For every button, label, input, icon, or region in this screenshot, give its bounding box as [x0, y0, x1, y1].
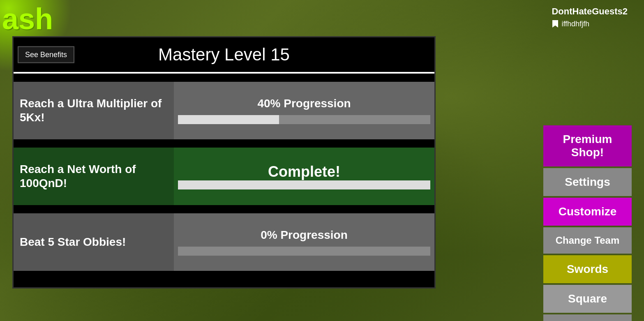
change-team-button[interactable]: Change Team: [543, 227, 632, 254]
mastery-title: Mastery Level 15: [158, 45, 290, 64]
complete-text: Complete!: [268, 163, 340, 180]
task-label-2: Reach a Net Worth of 100QnD!: [14, 148, 174, 205]
task-progress-1: 40% Progression: [174, 82, 434, 139]
progress-bar-bg-1: [178, 115, 430, 124]
progress-bar-fill-1: [178, 115, 279, 124]
bottom-bar: [14, 271, 434, 287]
task-label-3: Beat 5 Star Obbies!: [14, 213, 174, 271]
progress-bar-bg-3: [178, 247, 430, 256]
task-row-3: Beat 5 Star Obbies! 0% Progression: [14, 213, 434, 271]
user-id: iffhdhfjfh: [561, 20, 589, 28]
progress-text-1: 40% Progression: [257, 97, 351, 110]
user-id-row: iffhdhfjfh: [552, 19, 628, 28]
mastery-panel: See Benefits Mastery Level 15 Reach a Ul…: [12, 36, 436, 289]
square-button[interactable]: Square: [543, 285, 632, 313]
task-progress-2: Complete!: [174, 148, 434, 205]
user-info: DontHateGuests2 iffhdhfjfh: [552, 6, 628, 28]
splash-text: ash: [2, 4, 53, 34]
task-label-1: Reach a Ultra Multiplier of 5Kx!: [14, 82, 174, 139]
customize-button[interactable]: Customize: [543, 198, 632, 226]
task-row-1: Reach a Ultra Multiplier of 5Kx! 40% Pro…: [14, 82, 434, 139]
settings-button[interactable]: Settings: [543, 168, 632, 196]
right-buttons: Premium Shop! Settings Customize Change …: [543, 125, 632, 321]
bookmark-icon: [552, 19, 559, 28]
swords-button[interactable]: Swords: [543, 255, 632, 283]
task-progress-3: 0% Progression: [174, 213, 434, 271]
username: DontHateGuests2: [552, 6, 628, 17]
mastery-header: See Benefits Mastery Level 15: [14, 37, 434, 72]
premium-shop-button[interactable]: Premium Shop!: [543, 125, 632, 166]
task-row-2: Reach a Net Worth of 100QnD! Complete!: [14, 148, 434, 205]
close-button[interactable]: Close: [543, 314, 632, 321]
dark-bar-1: [14, 74, 434, 82]
task-label-text-3: Beat 5 Star Obbies!: [20, 235, 126, 249]
task-label-text-1: Reach a Ultra Multiplier of 5Kx!: [20, 97, 168, 124]
task-label-text-2: Reach a Net Worth of 100QnD!: [20, 162, 168, 190]
progress-text-3: 0% Progression: [261, 229, 348, 242]
dark-bar-2: [14, 139, 434, 148]
dark-bar-3: [14, 205, 434, 213]
complete-bar: [178, 180, 430, 189]
see-benefits-button[interactable]: See Benefits: [18, 46, 74, 63]
